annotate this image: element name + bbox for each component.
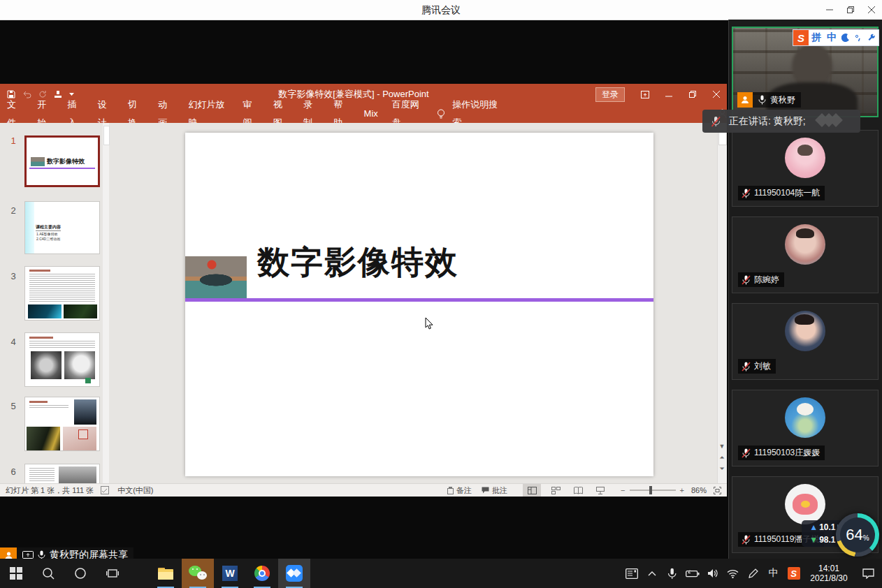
video-tile[interactable]: 刘敏 — [732, 303, 879, 380]
slide-thumbnail-6[interactable] — [24, 464, 100, 483]
chrome-icon[interactable] — [246, 559, 278, 588]
performance-unit: % — [863, 534, 869, 542]
thumb3-image-right — [64, 304, 97, 318]
slide-thumbnail-3[interactable] — [24, 266, 100, 321]
restore-button[interactable] — [840, 0, 861, 20]
ime-wrench-icon[interactable] — [865, 34, 879, 42]
menu-mix[interactable]: Mix — [357, 105, 385, 123]
ppt-minimize-button[interactable] — [658, 84, 679, 104]
ime-pinyin-label[interactable]: 拼 — [809, 31, 824, 44]
pen-icon[interactable] — [743, 559, 763, 588]
ime-mode-indicator[interactable]: 中 — [763, 559, 783, 588]
avatar — [785, 484, 825, 524]
participant-name: 111950104陈一航 — [754, 187, 820, 199]
ppt-close-button[interactable] — [706, 84, 727, 104]
normal-view-button[interactable] — [523, 484, 541, 497]
file-explorer-icon[interactable] — [150, 559, 182, 588]
comments-button[interactable]: 批注 — [492, 485, 507, 496]
slide-title-image[interactable] — [185, 256, 247, 301]
ppt-restore-button[interactable] — [682, 84, 703, 104]
wifi-icon[interactable] — [723, 559, 743, 588]
zoom-in-button[interactable]: + — [680, 486, 684, 494]
mic-muted-icon — [742, 189, 751, 198]
wechat-icon[interactable] — [182, 559, 214, 588]
zoom-slider-thumb[interactable] — [649, 486, 652, 494]
spellcheck-icon[interactable] — [101, 486, 109, 494]
tencent-meeting-icon[interactable] — [278, 559, 310, 588]
slide-thumbnail-2[interactable]: 课程主要内容 1.AE影像特效 2.C4D三维动画 — [24, 201, 100, 254]
task-view-icon[interactable] — [96, 559, 129, 588]
tray-mic-icon[interactable] — [662, 559, 682, 588]
thumb1-image — [31, 157, 45, 166]
video-tile[interactable]: 陈婉婷 — [732, 216, 879, 293]
thumbnail-scrollbar[interactable] — [103, 123, 109, 483]
ime-punctuation-icon[interactable] — [852, 34, 865, 42]
avatar — [785, 311, 825, 351]
notes-button[interactable]: 备注 — [456, 485, 472, 496]
thumb2-heading: 课程主要内容 — [36, 224, 61, 231]
thumb5-textlines — [29, 405, 68, 409]
zoom-slider[interactable] — [630, 490, 676, 491]
volume-icon[interactable] — [702, 559, 723, 588]
language-status[interactable]: 中文(中国) — [117, 485, 153, 496]
ppt-login-button[interactable]: 登录 — [595, 87, 625, 102]
slide-sorter-view-button[interactable] — [547, 487, 565, 494]
thumb1-title: 数字影像特效 — [47, 157, 85, 166]
cortana-icon[interactable] — [64, 559, 96, 588]
zoom-out-button[interactable]: − — [621, 486, 625, 494]
ribbon-display-icon[interactable] — [635, 84, 656, 104]
word-icon[interactable]: W — [214, 559, 246, 588]
ime-chinese-label[interactable]: 中 — [824, 31, 839, 44]
thumb3-heading-bar — [29, 270, 50, 272]
mic-muted-icon — [742, 275, 751, 285]
zoom-level[interactable]: 86% — [691, 486, 707, 494]
system-tray: 中 S 14:01 2021/8/30 — [621, 559, 882, 588]
news-widget-icon[interactable] — [621, 559, 642, 588]
close-button[interactable] — [861, 0, 882, 20]
performance-ring-badge[interactable]: 64 % — [836, 513, 879, 557]
slide-thumbnail-5[interactable] — [24, 397, 100, 451]
thumb-number-5: 5 — [4, 401, 22, 411]
avatar-hair — [797, 403, 814, 416]
battery-icon[interactable] — [682, 559, 702, 588]
reading-view-button[interactable] — [569, 487, 587, 494]
meeting-window-title: 腾讯会议 — [0, 0, 882, 20]
action-center-icon[interactable] — [854, 559, 882, 588]
slide-editor[interactable]: 数字影像特效 — [185, 133, 653, 476]
slideshow-view-button[interactable] — [591, 487, 609, 494]
start-button[interactable] — [0, 559, 32, 588]
thumbnail-scroll-thumb[interactable] — [103, 126, 110, 145]
thumb2-band — [25, 202, 34, 254]
slide-thumbnail-1[interactable]: 数字影像特效 — [24, 135, 100, 187]
tray-clock[interactable]: 14:01 2021/8/30 — [804, 564, 854, 583]
previous-slide-button[interactable]: ⏶ — [717, 453, 727, 462]
sogou-tray-icon[interactable]: S — [783, 559, 804, 588]
next-slide-button[interactable]: ⏷ — [717, 464, 727, 473]
search-icon[interactable] — [32, 559, 64, 588]
ime-moon-icon[interactable] — [839, 34, 852, 42]
fit-to-window-icon[interactable] — [714, 487, 721, 494]
avatar — [785, 397, 825, 438]
sogou-logo-icon[interactable]: S — [793, 30, 809, 45]
participant-name: 111950103庄媛媛 — [754, 447, 820, 459]
video-tile[interactable]: 111950104陈一航 — [732, 130, 879, 207]
thumb-number-2: 2 — [4, 205, 22, 216]
slide-thumbnail-4[interactable] — [24, 332, 100, 387]
slide-vertical-scrollbar[interactable] — [717, 123, 727, 483]
scroll-down-arrow[interactable]: ▼ — [717, 441, 727, 451]
tray-expand-chevron-icon[interactable] — [642, 559, 662, 588]
ime-toolbar[interactable]: S 拼 中 — [793, 29, 879, 46]
avatar — [785, 224, 825, 265]
participant-name: 刘敏 — [754, 360, 771, 372]
upload-value: 10.1 — [819, 522, 835, 532]
video-tile[interactable]: 111950103庄媛媛 — [732, 390, 879, 466]
slide-title-text[interactable]: 数字影像特效 — [257, 241, 458, 284]
powerpoint-window: 数字影像特效[兼容模式] - PowerPoint 登录 文件 开始 插入 设计… — [0, 84, 727, 496]
mic-muted-icon — [742, 448, 751, 458]
thumb3-textlines — [29, 274, 95, 302]
minimize-button[interactable] — [819, 0, 840, 20]
avatar-pig-snout — [801, 501, 810, 508]
thumb4-image-right — [64, 351, 95, 379]
watermark-logo — [820, 115, 841, 125]
comments-icon — [482, 487, 489, 494]
